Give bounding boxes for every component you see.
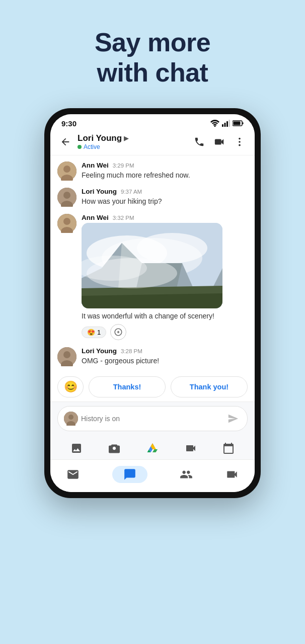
reactions-row: 😍 1 <box>82 324 248 340</box>
message-text-2: How was your hiking trip? <box>82 197 248 207</box>
quick-reply-thank-you-button[interactable]: Thank you! <box>171 376 248 397</box>
avatar-lori-young-4 <box>57 347 77 366</box>
app-bar-actions <box>190 133 249 151</box>
back-button[interactable] <box>56 133 74 151</box>
headline-line2: with chat <box>97 58 208 87</box>
input-row <box>57 406 248 431</box>
phone-call-button[interactable] <box>190 133 208 151</box>
quick-reply-thanks-label: Thanks! <box>113 383 141 391</box>
active-dot <box>78 145 82 149</box>
quick-replies: 😊 Thanks! Thank you! <box>50 372 255 401</box>
avatar-lori-young-2 <box>57 188 77 207</box>
message-text-3: It was wonderful with a change of scener… <box>82 311 248 321</box>
message-content-4: Lori Young 3:28 PM OMG - gorgeous pictur… <box>82 347 248 366</box>
messages-area: Ann Wei 3:29 PM Feeling much more refres… <box>50 155 255 373</box>
app-bar: Lori Young ▶ Active <box>50 130 255 155</box>
svg-rect-4 <box>229 120 231 127</box>
battery-icon <box>233 120 244 126</box>
nav-item-meet[interactable] <box>217 466 247 483</box>
message-content-3: Ann Wei 3:32 PM <box>82 214 248 341</box>
message-row: Ann Wei 3:29 PM Feeling much more refres… <box>57 162 248 181</box>
avatar-ann-wei-3 <box>57 214 77 233</box>
svg-rect-6 <box>243 122 244 124</box>
svg-point-16 <box>63 192 70 199</box>
message-text-1: Feeling much more refreshed now. <box>82 171 248 181</box>
svg-rect-3 <box>226 121 228 127</box>
contact-status-text: Active <box>84 143 100 150</box>
message-content-1: Ann Wei 3:29 PM Feeling much more refres… <box>82 162 248 181</box>
svg-point-11 <box>239 144 241 146</box>
reaction-emoji: 😍 <box>87 329 95 336</box>
contact-info: Lori Young ▶ Active <box>74 133 190 150</box>
phone-screen: 9:30 <box>50 114 255 493</box>
message-header-2: Lori Young 9:37 AM <box>82 188 248 195</box>
svg-point-13 <box>63 166 70 173</box>
svg-point-34 <box>63 351 70 358</box>
camera-button[interactable] <box>105 439 123 457</box>
status-icons <box>210 120 244 127</box>
drive-button[interactable] <box>143 439 162 457</box>
sender-name-2: Lori Young <box>82 188 117 195</box>
headline-line1: Say more <box>95 28 210 57</box>
mail-icon <box>66 468 80 481</box>
video-call-button[interactable] <box>210 133 228 151</box>
send-button[interactable] <box>225 411 241 427</box>
message-input[interactable] <box>81 415 222 423</box>
nav-item-contacts[interactable] <box>172 466 201 483</box>
headline: Say more with chat <box>95 28 210 88</box>
chat-icon <box>123 468 136 481</box>
gallery-button[interactable] <box>67 439 86 457</box>
contact-name-arrow: ▶ <box>124 135 128 142</box>
signal-icon <box>222 120 230 127</box>
message-text-4: OMG - gorgeous picture! <box>82 356 248 366</box>
nav-item-chat[interactable] <box>104 464 156 485</box>
msg-time-2: 9:37 AM <box>121 189 142 195</box>
svg-point-37 <box>68 415 73 420</box>
quick-reply-thanks-button[interactable]: Thanks! <box>89 376 166 397</box>
svg-point-19 <box>63 218 70 225</box>
contacts-icon <box>180 468 193 481</box>
sender-name-4: Lori Young <box>82 347 117 355</box>
status-time: 9:30 <box>61 119 77 128</box>
add-reaction-button[interactable] <box>110 324 126 340</box>
contact-name[interactable]: Lori Young ▶ <box>78 133 190 143</box>
bottom-nav <box>50 459 255 492</box>
meet-icon <box>225 468 239 481</box>
active-nav-bg <box>112 466 147 483</box>
msg-time-4: 3:28 PM <box>121 348 142 354</box>
sender-name-1: Ann Wei <box>82 162 109 169</box>
svg-rect-1 <box>222 124 223 127</box>
msg-time-1: 3:29 PM <box>113 163 134 169</box>
quick-reply-emoji-button[interactable]: 😊 <box>57 376 84 397</box>
input-bar <box>50 401 255 435</box>
phone-shell: 9:30 <box>44 108 261 499</box>
more-options-button[interactable] <box>231 133 249 151</box>
message-header-3: Ann Wei 3:32 PM <box>82 214 248 221</box>
video-button[interactable] <box>182 439 200 457</box>
svg-rect-2 <box>224 123 226 127</box>
attachment-row <box>50 435 255 459</box>
status-bar: 9:30 <box>50 114 255 130</box>
msg-time-3: 3:32 PM <box>113 215 134 221</box>
wifi-icon <box>210 120 219 127</box>
nav-item-mail[interactable] <box>58 466 88 483</box>
svg-point-0 <box>214 126 216 127</box>
avatar-ann-wei <box>57 162 77 181</box>
svg-point-10 <box>239 141 241 143</box>
message-row-3: Ann Wei 3:32 PM <box>57 214 248 341</box>
message-header-4: Lori Young 3:28 PM <box>82 347 248 355</box>
contact-status: Active <box>78 143 190 150</box>
message-row-4: Lori Young 3:28 PM OMG - gorgeous pictur… <box>57 347 248 366</box>
mountain-image <box>82 223 222 308</box>
svg-rect-7 <box>234 122 241 125</box>
quick-reply-emoji-icon: 😊 <box>64 380 78 393</box>
calendar-button[interactable] <box>219 439 238 457</box>
reaction-chip-love[interactable]: 😍 1 <box>82 327 106 338</box>
input-avatar <box>64 412 78 426</box>
message-row-2: Lori Young 9:37 AM How was your hiking t… <box>57 188 248 207</box>
svg-rect-8 <box>215 139 221 144</box>
page-wrapper: Say more with chat 9:30 <box>0 0 305 644</box>
svg-point-9 <box>239 137 241 139</box>
message-header-1: Ann Wei 3:29 PM <box>82 162 248 169</box>
contact-name-text: Lori Young <box>78 133 122 143</box>
